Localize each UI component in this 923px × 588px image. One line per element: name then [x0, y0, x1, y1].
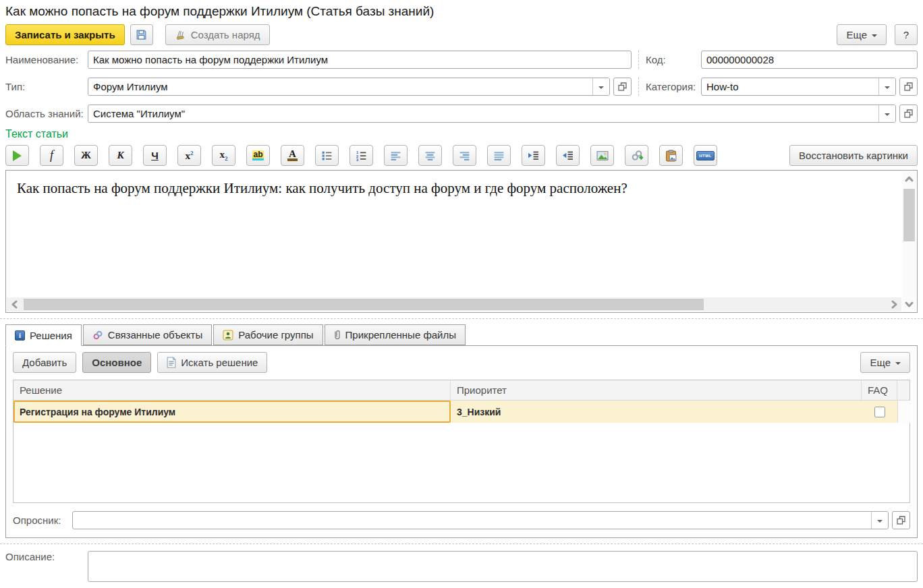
paste-image-button[interactable]	[659, 145, 683, 166]
indent-decrease-button[interactable]	[556, 145, 580, 166]
solutions-panel: Добавить Основное Искать решение Еще Реш…	[5, 345, 918, 538]
align-right-button[interactable]	[453, 145, 476, 166]
category-dropdown-button[interactable]	[878, 78, 895, 95]
superscript-button[interactable]: x2	[177, 145, 201, 166]
header-scroll-gutter	[897, 380, 910, 400]
scroll-down-button[interactable]	[902, 297, 916, 312]
restore-images-button[interactable]: Восстановить картинки	[789, 145, 918, 166]
align-left-button[interactable]	[384, 145, 408, 166]
insert-image-button[interactable]	[590, 145, 614, 166]
align-justify-button[interactable]	[487, 145, 511, 166]
chevron-down-icon	[598, 86, 604, 89]
column-header-solution[interactable]: Решение	[13, 380, 451, 400]
numbered-list-button[interactable]: 123	[349, 145, 373, 166]
help-button[interactable]: ?	[895, 24, 918, 45]
solutions-button-bar: Добавить Основное Искать решение Еще	[6, 346, 917, 377]
description-row: Описание:	[0, 544, 923, 582]
tab-work-groups-label: Рабочие группы	[238, 329, 313, 341]
code-label: Код:	[646, 54, 701, 65]
table-row[interactable]: Регистрация на форуме Итилиум 3_Низкий	[13, 401, 910, 423]
save-button[interactable]	[130, 24, 153, 45]
article-section-title: Текст статьи	[0, 127, 923, 143]
save-and-close-button[interactable]: Записать и закрыть	[5, 24, 125, 45]
type-combo[interactable]: Форум Итилиум	[88, 78, 610, 96]
highlight-button[interactable]: ab	[246, 145, 270, 166]
linked-rings-icon	[92, 330, 103, 341]
priority-cell[interactable]: 3_Низкий	[451, 401, 862, 423]
category-combo[interactable]: How-to	[701, 78, 896, 96]
description-textarea[interactable]	[88, 551, 918, 582]
more-button-top[interactable]: Еще	[837, 24, 887, 45]
knowledge-area-open-button[interactable]	[899, 105, 918, 123]
main-button[interactable]: Основное	[82, 352, 151, 373]
play-button[interactable]	[5, 145, 29, 166]
command-bar: Записать и закрыть Создать наряд Еще ?	[0, 22, 923, 51]
italic-button[interactable]: К	[109, 145, 132, 166]
questionnaire-combo[interactable]	[72, 511, 889, 529]
search-solution-button[interactable]: Искать решение	[157, 352, 267, 373]
create-order-label: Создать наряд	[191, 29, 260, 40]
subscript-icon: x2	[220, 149, 228, 162]
knowledge-base-article-window: Как можно попасть на форум поддержки Ити…	[0, 0, 923, 588]
tab-solutions-label: Решения	[30, 330, 72, 341]
add-button[interactable]: Добавить	[13, 352, 76, 373]
font-color-button[interactable]: A	[281, 145, 304, 166]
function-icon: f	[50, 148, 53, 163]
more-button-solutions[interactable]: Еще	[860, 352, 910, 373]
scroll-up-button[interactable]	[902, 171, 916, 186]
indent-increase-icon	[528, 150, 539, 161]
column-header-priority[interactable]: Приоритет	[451, 380, 862, 400]
open-form-icon	[897, 516, 905, 525]
type-open-button[interactable]	[613, 78, 632, 96]
scroll-right-button[interactable]	[887, 297, 901, 312]
type-dropdown-button[interactable]	[592, 78, 609, 95]
tab-solutions[interactable]: i Решения	[5, 324, 82, 346]
solution-cell[interactable]: Регистрация на форуме Итилиум	[13, 401, 451, 423]
insert-image-icon	[596, 150, 609, 161]
category-open-button[interactable]	[899, 78, 918, 96]
horizontal-scrollbar[interactable]	[7, 297, 901, 312]
insert-link-button[interactable]	[625, 145, 648, 166]
underline-button[interactable]: Ч	[143, 145, 167, 166]
vertical-scrollbar[interactable]	[902, 171, 916, 312]
questionnaire-dropdown-button[interactable]	[871, 512, 888, 529]
person-badge-icon	[223, 330, 233, 341]
html-source-button[interactable]: HTML	[694, 145, 717, 166]
create-order-button[interactable]: Создать наряд	[165, 24, 270, 45]
scroll-left-button[interactable]	[7, 297, 22, 312]
align-center-button[interactable]	[418, 145, 442, 166]
column-header-faq[interactable]: FAQ	[862, 380, 897, 400]
indent-increase-button[interactable]	[522, 145, 545, 166]
editor-toolbar: f Ж К Ч x2 x2 ab A 123	[0, 143, 923, 170]
chevron-down-icon	[895, 362, 901, 365]
superscript-icon: x2	[186, 150, 194, 162]
article-text[interactable]: Как попасть на форум поддержки Итилиум: …	[17, 180, 890, 197]
bold-button[interactable]: Ж	[74, 145, 98, 166]
knowledge-area-combo[interactable]: Система "Итилиум"	[88, 105, 896, 123]
row-scroll-gutter	[897, 401, 910, 423]
svg-text:3: 3	[356, 158, 359, 161]
bullet-list-icon	[321, 150, 333, 161]
tab-linked-objects[interactable]: Связанные объекты	[83, 324, 212, 345]
name-input[interactable]	[88, 51, 632, 69]
article-text-editor[interactable]: Как попасть на форум поддержки Итилиум: …	[5, 170, 918, 313]
type-value: Форум Итилиум	[88, 78, 592, 95]
tab-work-groups[interactable]: Рабочие группы	[213, 324, 323, 345]
faq-checkbox[interactable]	[874, 407, 885, 417]
horizontal-scroll-thumb[interactable]	[24, 299, 704, 310]
chevron-down-icon	[885, 86, 890, 89]
subscript-button[interactable]: x2	[212, 145, 235, 166]
bullet-list-button[interactable]	[315, 145, 339, 166]
function-button[interactable]: f	[40, 145, 63, 166]
highlight-icon: ab	[252, 150, 263, 160]
command-bar-right: Еще ?	[837, 24, 918, 45]
questionnaire-open-button[interactable]	[892, 511, 910, 529]
chevron-down-icon	[885, 113, 890, 116]
code-input[interactable]	[701, 51, 918, 69]
tab-attached-files[interactable]: Прикрепленные файлы	[325, 324, 466, 345]
knowledge-area-dropdown-button[interactable]	[878, 105, 895, 122]
tab-bar: i Решения Связанные объекты Рабочие груп…	[0, 319, 923, 345]
chevron-down-icon	[872, 34, 877, 37]
knowledge-area-value: Система "Итилиум"	[88, 105, 878, 122]
vertical-scroll-thumb[interactable]	[903, 189, 915, 241]
